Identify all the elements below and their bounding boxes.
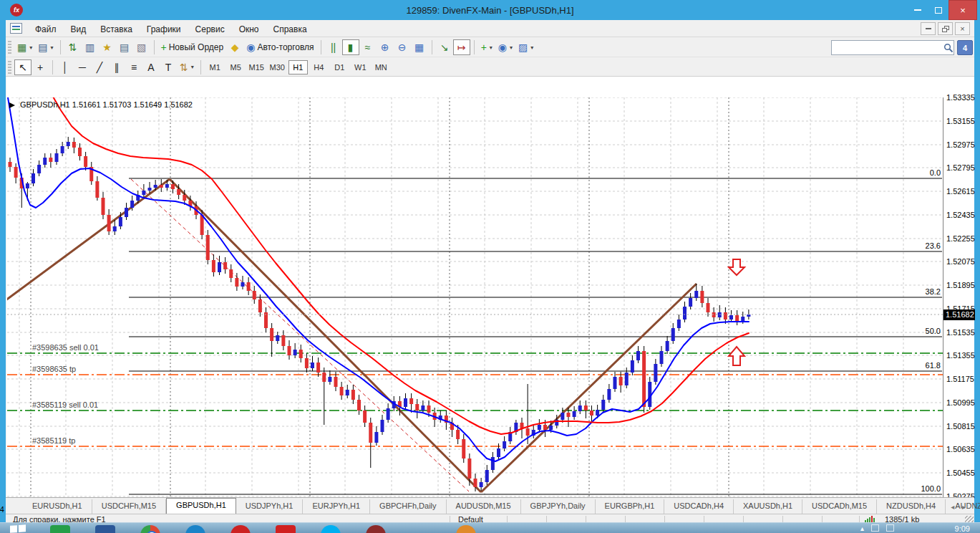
equidistant-channel-button[interactable]: ∥ — [108, 59, 125, 75]
search-box[interactable] — [831, 40, 954, 55]
tab-GBPJPYh,Daily[interactable]: GBPJPYh,Daily — [521, 499, 596, 514]
metaeditor-button[interactable]: ◆ — [226, 39, 243, 55]
timeframe-MN[interactable]: MN — [372, 60, 391, 75]
taskbar-icon-yandex[interactable] — [276, 525, 296, 533]
templates-dropdown-icon[interactable]: ▾ — [530, 44, 533, 51]
tile-windows-button[interactable]: ▦ — [411, 39, 428, 55]
line-chart-button[interactable]: ≈ — [359, 39, 377, 55]
tab-EURGBPh,H1[interactable]: EURGBPh,H1 — [596, 499, 665, 514]
tab-NZDUSDh,H4[interactable]: NZDUSDh,H4 — [877, 499, 946, 514]
timeframe-D1[interactable]: D1 — [330, 60, 349, 75]
timeframe-W1[interactable]: W1 — [351, 60, 370, 75]
periods-button[interactable]: ◉▾ — [495, 39, 515, 55]
tab-USDCHFh,M15[interactable]: USDCHFh,M15 — [92, 499, 166, 514]
menu-Графики[interactable]: Графики — [140, 22, 188, 37]
new-chart-dropdown-icon[interactable]: ▾ — [29, 44, 32, 51]
tab-GBPUSDh,H1[interactable]: GBPUSDh,H1 — [166, 498, 236, 514]
timeframe-M15[interactable]: M15 — [247, 60, 266, 75]
text-button[interactable]: A — [142, 59, 160, 75]
taskbar-icon-opera[interactable] — [231, 525, 251, 533]
chart-shift-button[interactable]: ↦ — [453, 39, 470, 55]
taskbar-icon-skype[interactable] — [321, 525, 341, 533]
search-input[interactable] — [832, 44, 943, 52]
terminal-button[interactable]: ▤ — [116, 39, 133, 55]
price-chart[interactable]: 0.023.638.250.061.8100.0#3598635 sell 0.… — [7, 97, 943, 501]
templates-button[interactable]: ▨▾ — [515, 39, 536, 55]
new-order-label: Новый Ордер — [169, 42, 223, 52]
bar-chart-button[interactable]: || — [325, 39, 342, 55]
timeframe-M1[interactable]: M1 — [205, 60, 225, 75]
tray-icon[interactable] — [871, 524, 879, 532]
data-window-button[interactable]: ▥ — [82, 39, 99, 55]
fibonacci-button[interactable]: ≡ — [125, 59, 142, 75]
text-label-button[interactable]: T — [160, 59, 177, 75]
child-close-button[interactable]: × — [955, 22, 970, 35]
tab-USDJPYh,H1[interactable]: USDJPYh,H1 — [236, 499, 304, 514]
periods-dropdown-icon[interactable]: ▾ — [510, 44, 513, 51]
toolbar-grip[interactable] — [8, 61, 11, 74]
system-tray[interactable]: ▴ — [860, 524, 894, 532]
tab-USDCADh,H4[interactable]: USDCADh,H4 — [664, 499, 734, 514]
taskbar-icon-chrome[interactable] — [140, 525, 160, 533]
zoom-in-button[interactable]: ⊕ — [377, 39, 394, 55]
tab-GBPCHFh,Daily[interactable]: GBPCHFh,Daily — [370, 499, 446, 514]
taskbar-icon-word[interactable] — [95, 525, 115, 533]
menu-Вид[interactable]: Вид — [64, 22, 94, 37]
candlestick-chart-button[interactable]: ▮ — [342, 39, 359, 55]
close-button[interactable]: × — [949, 0, 977, 20]
taskbar-icon-app-darkred[interactable] — [366, 525, 386, 533]
market-watch-button[interactable]: ⇅ — [64, 39, 82, 55]
tab-EURUSDh,H1[interactable]: EURUSDh,H1 — [23, 499, 92, 514]
horizontal-line-button[interactable]: ─ — [74, 59, 91, 75]
taskbar-icon-browser-blue[interactable] — [185, 525, 205, 533]
tab-EURJPYh,H1[interactable]: EURJPYh,H1 — [303, 499, 370, 514]
autotrading-button[interactable]: ◉Авто-торговля — [243, 39, 316, 55]
child-minimize-button[interactable] — [921, 22, 936, 35]
zoom-out-button[interactable]: ⊖ — [394, 39, 411, 55]
tab-scroll-arrows[interactable]: ◂ ▸ — [951, 503, 969, 511]
tab-XAUUSDh,H1[interactable]: XAUUSDh,H1 — [734, 499, 802, 514]
notifications-button[interactable]: 4 — [957, 40, 973, 55]
timeframe-M5[interactable]: M5 — [226, 60, 246, 75]
menu-Вставка[interactable]: Вставка — [93, 22, 140, 37]
tray-icon[interactable] — [886, 524, 894, 532]
trendline-button[interactable]: ╱ — [91, 59, 108, 75]
vertical-line-button[interactable]: │ — [57, 59, 74, 75]
menu-Сервис[interactable]: Сервис — [188, 22, 232, 37]
profiles-dropdown-icon[interactable]: ▾ — [50, 44, 53, 51]
tray-expand-icon[interactable]: ▴ — [860, 524, 864, 532]
taskbar-clock[interactable]: 9:09 — [955, 524, 970, 533]
child-restore-button[interactable] — [938, 22, 953, 35]
tab-AUDUSDh,M15[interactable]: AUDUSDh,M15 — [447, 499, 521, 514]
objects-button[interactable]: ⇅▾ — [177, 59, 197, 75]
menu-Файл[interactable]: Файл — [28, 22, 64, 37]
chart-tabs-bar: EURUSDh,H1USDCHFh,M15GBPUSDh,H1USDJPYh,H… — [6, 497, 974, 514]
tab-USDCADh,M15[interactable]: USDCADh,M15 — [802, 499, 877, 514]
taskbar-icon-app-orange[interactable] — [456, 525, 476, 533]
toolbar-separator — [474, 40, 475, 54]
new-order-button[interactable]: +Новый Ордер — [158, 39, 227, 55]
cursor-button[interactable]: ↖ — [14, 59, 31, 75]
navigator-button[interactable]: ★ — [99, 39, 116, 55]
maximize-button[interactable] — [928, 0, 949, 20]
new-chart-button[interactable]: ▦▾ — [14, 39, 35, 55]
toolbar-grip[interactable] — [8, 41, 11, 54]
minimize-button[interactable] — [907, 0, 928, 20]
indicators-dropdown-icon[interactable]: ▾ — [490, 44, 493, 51]
profiles-button[interactable]: ▤▾ — [35, 39, 56, 55]
price-axis[interactable]: 1.533351.531551.529751.527951.526151.524… — [943, 97, 974, 501]
timeframe-M30[interactable]: M30 — [268, 60, 287, 75]
indicators-button[interactable]: +▾ — [478, 39, 495, 55]
auto-scroll-button[interactable]: ↘ — [436, 39, 453, 55]
profiles-icon: ▤ — [38, 42, 47, 52]
timeframe-H4[interactable]: H4 — [309, 60, 329, 75]
menu-Справка[interactable]: Справка — [266, 22, 314, 37]
search-icon[interactable] — [943, 43, 954, 53]
strategy-tester-button[interactable]: ▧ — [133, 39, 150, 55]
timeframe-H1[interactable]: H1 — [288, 60, 308, 75]
taskbar-icon-app-green[interactable] — [50, 525, 70, 533]
crosshair-button[interactable]: + — [31, 59, 49, 75]
start-button[interactable] — [10, 524, 27, 533]
menu-Окно[interactable]: Окно — [232, 22, 266, 37]
objects-dropdown-icon[interactable]: ▾ — [191, 64, 194, 70]
